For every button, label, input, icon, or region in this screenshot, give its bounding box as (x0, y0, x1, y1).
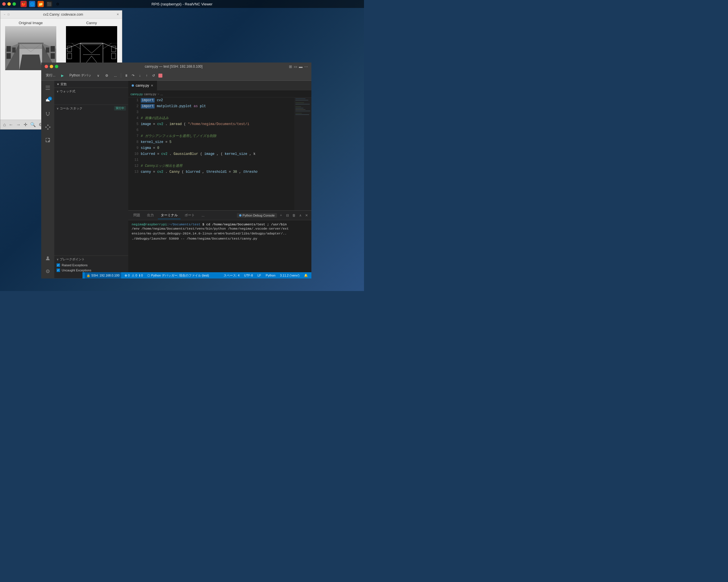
tab-canny-py[interactable]: canny.py ✕ (128, 81, 157, 90)
debug-restart-icon[interactable]: ↺ (151, 73, 156, 78)
import-kw-2: import (141, 104, 155, 109)
activity-explorer[interactable] (43, 83, 53, 93)
minimize-button[interactable] (7, 2, 11, 6)
status-encoding[interactable]: UTF-8 (243, 274, 254, 277)
add-terminal-icon[interactable]: ＋ (278, 212, 284, 218)
chevron-down-icon[interactable]: ∨ (95, 73, 101, 78)
opencv-minimize[interactable]: － (3, 12, 6, 17)
terminal-content[interactable]: negima@raspberrypi:~/Documents/test $ cd… (128, 220, 311, 278)
svg-marker-6 (19, 55, 42, 70)
breadcrumb-filename[interactable]: canny.py (144, 92, 156, 96)
status-debugger[interactable]: ⬡ Python デバッガー: 現在のファイル (test) (146, 273, 210, 278)
more-tabs-label: ... (202, 214, 205, 217)
line-num-10: 10 (134, 151, 138, 157)
status-ssh[interactable]: 🔒 SSH: 192.168.0.100 (85, 272, 121, 278)
status-line-ending[interactable]: LF (257, 274, 262, 277)
code-editor[interactable]: 1 2 3 4 5 6 7 8 9 10 11 12 13 (128, 98, 311, 210)
tab-ports[interactable]: ポート (182, 212, 198, 219)
back-icon[interactable]: ← (9, 122, 14, 127)
activity-extensions[interactable] (43, 122, 53, 132)
opencv-close[interactable]: ✕ (116, 12, 120, 17)
activity-settings[interactable]: ⚙ (43, 267, 53, 276)
vscode-minimize[interactable] (50, 65, 53, 68)
zoom-icon[interactable]: 🔍 (30, 122, 36, 127)
activity-bar: 1 ⚙ (41, 81, 54, 278)
activity-account[interactable] (43, 253, 53, 263)
problems-label: 問題 (133, 213, 140, 218)
debug-pause-icon[interactable]: ⏸ (124, 73, 129, 78)
debug-step-out-icon[interactable]: ↑ (144, 73, 150, 78)
activity-remote[interactable] (43, 135, 53, 145)
close-panel-icon[interactable]: ✕ (304, 213, 309, 218)
tab-close-button[interactable]: ✕ (151, 84, 153, 87)
sidebar-icon[interactable]: ▭ (294, 64, 297, 69)
split-terminal-icon[interactable]: ⊟ (285, 213, 290, 218)
raised-exceptions-item[interactable]: ✓ Raised Exceptions (54, 262, 128, 268)
line-num-5: 5 (136, 121, 138, 127)
more-icon[interactable]: ⋯ (304, 64, 308, 69)
code-line-8: kernel_size = 5 (141, 139, 294, 145)
status-language[interactable]: Python (264, 274, 277, 277)
uncaught-exceptions-label: Uncaught Exceptions (62, 269, 91, 272)
dock-icon-files[interactable]: 📁 (37, 1, 44, 7)
forward-icon[interactable]: → (16, 122, 21, 127)
debug-stop-icon[interactable] (158, 73, 163, 78)
debug-step-into-icon[interactable]: ↓ (137, 73, 143, 78)
code-line-6 (141, 127, 294, 133)
code-lines[interactable]: import cv2 import matplotlib.pyplot as p… (141, 98, 294, 210)
status-spaces[interactable]: スペース: 4 (223, 273, 240, 278)
more-options-icon[interactable]: ... (112, 73, 119, 78)
python-debugger[interactable]: Python デバッ (68, 73, 93, 78)
run-button[interactable]: 実行... (44, 73, 57, 78)
tab-bar: canny.py ✕ (128, 81, 311, 91)
activity-git[interactable] (43, 109, 53, 119)
svg-rect-7 (6, 46, 11, 52)
code-line-10: blurred = cv2 . GaussianBlur ( image , (… (141, 151, 294, 157)
chevron-up-icon[interactable]: ∧ (298, 213, 303, 218)
status-notifications[interactable]: 🔔 (303, 274, 309, 277)
dock-icon-settings[interactable]: ⚙ (55, 1, 61, 7)
dock-icon-browser[interactable]: 🌐 (29, 1, 35, 7)
watch-header[interactable]: ∨ ウォッチ式 (54, 88, 128, 94)
svg-point-43 (47, 256, 49, 258)
trash-terminal-icon[interactable]: 🗑 (291, 213, 297, 218)
tab-name: canny.py (136, 84, 149, 87)
callstack-header[interactable]: ∨ コール スタック 実行中 (54, 105, 128, 112)
tab-more[interactable]: ... (199, 212, 207, 219)
status-errors[interactable]: ⊗ 0 ⚠ 0 ℹ 0 (124, 274, 144, 277)
comment-12: # Cannyエッジ検出を適用 (141, 164, 182, 168)
tab-output[interactable]: 出力 (144, 212, 157, 219)
maximize-button[interactable] (12, 2, 16, 6)
dock-icon-apple[interactable]: 🍎 (21, 1, 27, 7)
terminal-dollar: $ (202, 223, 206, 226)
close-button[interactable] (2, 2, 6, 6)
debug-controls: ⏸ ↷ ↓ ↑ ↺ (124, 73, 163, 78)
cv2-ref: cv2 (157, 122, 163, 126)
panel-icon[interactable]: ▬ (299, 64, 303, 69)
terminal-cmd: cd /home/negima/Documents/test ; /usr/bi… (206, 223, 287, 226)
var-canny: canny (141, 170, 151, 174)
tab-problems[interactable]: 問題 (131, 212, 143, 219)
breadcrumb-path[interactable]: ... (160, 92, 163, 96)
canny-label: Canny (86, 21, 97, 25)
home-icon[interactable]: ⌂ (3, 122, 6, 127)
dock-icon-terminal[interactable]: ⬛ (46, 1, 52, 7)
pan-icon[interactable]: ✛ (24, 122, 27, 127)
status-python-version[interactable]: 3.11.2 ('venv') (279, 274, 301, 277)
vscode-maximize[interactable] (55, 65, 58, 68)
line-num-1: 1 (136, 98, 138, 104)
uncaught-exceptions-checkbox[interactable]: ✓ (57, 269, 60, 272)
debug-step-over-icon[interactable]: ↷ (130, 73, 136, 78)
cv2-canny: cv2 (157, 170, 163, 174)
raised-exceptions-checkbox[interactable]: ✓ (57, 264, 60, 267)
layout-icon[interactable]: ⊞ (289, 64, 292, 69)
variables-header[interactable]: ▼ 変数 (54, 81, 128, 87)
settings-gear-icon[interactable]: ⚙ (104, 73, 110, 78)
opencv-maximize[interactable]: □ (6, 12, 10, 17)
debug-run-icon[interactable]: ▶ (59, 73, 66, 78)
tab-terminal[interactable]: ターミナル (158, 212, 181, 219)
activity-debug[interactable]: 1 (43, 96, 53, 106)
breakpoints-header[interactable]: ∨ ブレークポイント (54, 256, 128, 262)
python-debug-console-badge[interactable]: Python Debug Console (237, 213, 277, 218)
vscode-close[interactable] (45, 65, 48, 68)
